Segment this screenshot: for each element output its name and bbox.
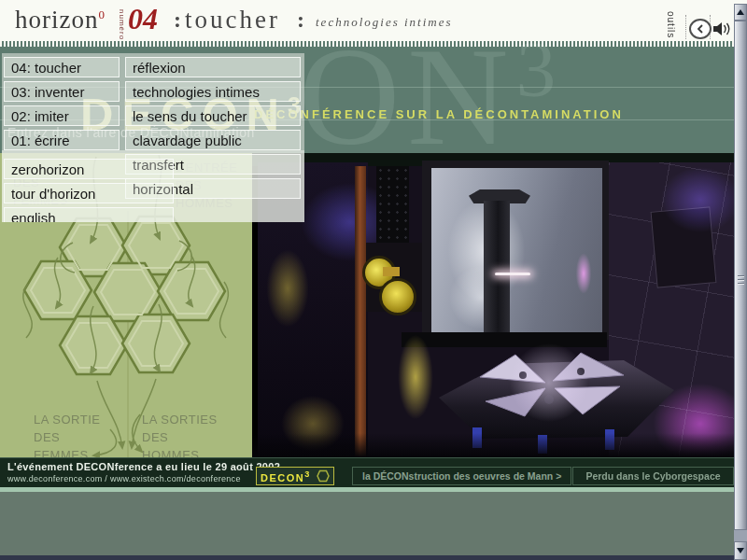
photo-yellow-glow — [392, 321, 439, 433]
exit-men-label: LA SORTIES DES HOMMES — [142, 411, 218, 457]
nav-item-zerohorizon[interactable]: zerohorizon — [4, 159, 174, 179]
scrollbar-down-icon — [737, 548, 744, 553]
scroll-up-button[interactable] — [734, 4, 747, 21]
issue-title: toucher — [185, 6, 280, 35]
cyborgespace-link[interactable]: Perdu dans le Cyborgespace > — [572, 467, 734, 485]
photo-floor-shade — [252, 433, 734, 457]
decontamination-photo — [252, 153, 734, 457]
nav-item-reflexion[interactable]: réflexion — [125, 57, 301, 77]
scrollbar-thumb[interactable] — [734, 21, 747, 530]
scrollbar-up-icon — [737, 9, 744, 15]
event-urls: www.deconference.com / www.existech.com/… — [7, 474, 241, 483]
hexagon-icon — [317, 469, 330, 483]
issue-number: 04 — [128, 2, 158, 36]
nav-item-tour-dhorizon[interactable]: tour d'horizon — [4, 183, 174, 203]
divider — [685, 15, 686, 39]
horizon-logo[interactable]: horizon0 — [15, 6, 106, 35]
nav-item-english[interactable]: english — [4, 207, 174, 222]
numero-label: numéro — [118, 9, 126, 41]
nav-item-02-imiter[interactable]: 02: imiter — [4, 105, 120, 126]
footer-bar: L'événement DECONference a eu lieu le 29… — [0, 457, 734, 487]
speaker-icon[interactable] — [712, 21, 732, 41]
colon-separator: : — [174, 7, 181, 33]
deconstruction-mann-link[interactable]: la DÉCONstruction des oeuvres de Mann > — [352, 467, 571, 485]
decon-button[interactable]: DECON3 — [256, 467, 334, 485]
deconference-page: horizon0 numéro 04 : toucher : technolog… — [0, 0, 747, 560]
tools-label[interactable]: outils — [666, 11, 676, 41]
chevron-circle-icon[interactable] — [689, 19, 712, 39]
chevron-glyph — [696, 24, 705, 34]
nav-item-sens-du-toucher[interactable]: le sens du toucher — [125, 105, 301, 126]
decon-watermark: ON3 — [299, 26, 563, 166]
photo-yellow-glow — [260, 237, 316, 340]
nav-item-03-inventer[interactable]: 03: inventer — [4, 81, 120, 102]
nav-item-04-toucher[interactable]: 04: toucher — [4, 57, 120, 77]
vertical-scrollbar[interactable] — [734, 4, 747, 560]
event-announcement: L'événement DECONference a eu lieu le 29… — [7, 461, 280, 472]
perforated-edge — [0, 41, 734, 47]
bottom-margin-area — [0, 492, 734, 555]
nav-item-technologies-intimes[interactable]: technologies intimes — [125, 81, 301, 102]
bottom-edge — [0, 555, 747, 560]
scroll-down-button[interactable] — [734, 541, 747, 560]
logo-superscript: 0 — [98, 7, 106, 21]
exit-women-label: LA SORTIE DES FEMMES — [34, 411, 100, 457]
nav-item-01-ecrire[interactable]: 01: écrire — [4, 130, 120, 150]
page-title: DÉCONFÉRENCE SUR LA DÉCONTAMINATION — [254, 107, 624, 121]
navigation-overlay: 04: toucher 03: inventer 02: imiter 01: … — [2, 53, 304, 222]
nav-item-clavardage-public[interactable]: clavardage public — [125, 130, 301, 150]
